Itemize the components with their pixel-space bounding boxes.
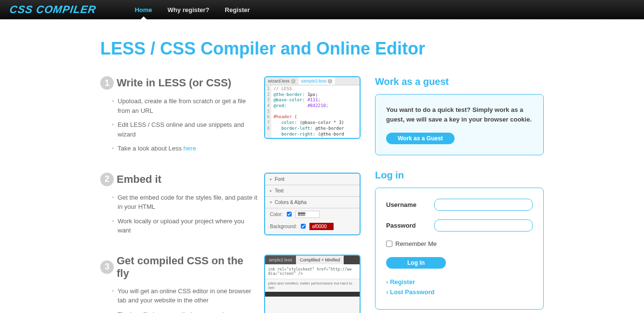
remember-me-checkbox[interactable] — [386, 241, 392, 247]
compiled-tab-source: ample2.less — [265, 256, 296, 264]
site-logo[interactable]: CSS COMPILER — [9, 3, 97, 16]
username-label: Username — [386, 201, 434, 208]
work-as-guest-button[interactable]: Work as a Guest — [386, 133, 455, 144]
guest-panel: You want to do a quick test? Simply work… — [375, 94, 544, 155]
step-2-title: Embed it — [117, 173, 161, 186]
screenshot-wizard: ▸Font ▸Text ▾Colors & Alpha Color: Backg… — [264, 173, 361, 235]
step-3-number: 3 — [100, 260, 114, 274]
nav-why-register[interactable]: Why register? — [168, 0, 210, 19]
step-3: 3 Get compiled CSS on the fly You will g… — [100, 255, 361, 313]
top-nav-bar: CSS COMPILER Home Why register? Register — [0, 0, 644, 19]
step-1-bullet-1: Upoload, create a file from scratch or g… — [118, 96, 258, 115]
step-2-number: 2 — [100, 173, 114, 186]
step-1-number: 1 — [100, 76, 114, 90]
step-2-bullet-1: Get the embed code for the styles file, … — [118, 193, 258, 212]
password-input[interactable] — [434, 219, 533, 231]
close-icon: × — [291, 79, 295, 83]
less-info-link[interactable]: here — [184, 145, 196, 152]
background-checkbox — [301, 224, 306, 229]
password-label: Password — [386, 222, 434, 229]
screenshot-compiled: ample2.less Complilied + Minified ink re… — [264, 255, 361, 313]
login-button[interactable]: Log In — [386, 257, 446, 269]
remember-me-label: Remember Me — [395, 240, 437, 247]
step-1-title: Write in LESS (or CSS) — [117, 77, 231, 89]
step-2-bullet-2: Work locally or upload your project wher… — [118, 217, 258, 235]
compiled-tab-minified: Complilied + Minified — [296, 256, 344, 264]
color-input — [295, 211, 320, 218]
editor-tab-wizard: wizard.less × — [265, 77, 298, 85]
step-3-title: Get compiled CSS on the fly — [117, 255, 258, 280]
editor-tab-sample2: sample2.less × — [298, 77, 335, 85]
step-1: 1 Write in LESS (or CSS) Upoload, create… — [100, 76, 361, 158]
steps-column: 1 Write in LESS (or CSS) Upoload, create… — [100, 76, 361, 313]
close-icon: × — [328, 79, 332, 83]
lost-password-link[interactable]: Lost Password — [386, 288, 533, 296]
screenshot-editor: wizard.less × sample2.less × 12345678 //… — [264, 76, 361, 139]
background-input — [309, 223, 334, 230]
sidebar-column: Work as a guest You want to do a quick t… — [375, 76, 544, 313]
login-title: Log in — [375, 170, 544, 181]
register-link[interactable]: Register — [386, 278, 533, 286]
chevron-right-icon: ▸ — [270, 189, 272, 193]
guest-text: You want to do a quick test? Simply work… — [386, 105, 533, 124]
main-nav: Home Why register? Register — [134, 0, 250, 19]
login-panel: Username Password Remember Me Log In Reg… — [375, 188, 544, 310]
step-3-bullet-2: The less file is re-compiled on every ch… — [118, 310, 258, 313]
nav-home[interactable]: Home — [134, 0, 152, 19]
step-1-bullet-3: Take a look about Less here — [118, 144, 258, 153]
nav-register[interactable]: Register — [225, 0, 250, 19]
guest-title: Work as a guest — [375, 76, 544, 87]
step-2: 2 Embed it Get the embed code for the st… — [100, 173, 361, 240]
chevron-down-icon: ▾ — [270, 200, 272, 204]
step-3-bullet-1: You will get an online CSS editor in one… — [118, 286, 258, 305]
color-checkbox — [287, 212, 292, 217]
username-input[interactable] — [434, 199, 533, 211]
step-1-bullet-2: Edit LESS / CSS online and use snippets … — [118, 120, 258, 139]
page-title: LESS / CSS Compiler and Online Editor — [100, 39, 544, 59]
chevron-right-icon: ▸ — [270, 177, 272, 181]
